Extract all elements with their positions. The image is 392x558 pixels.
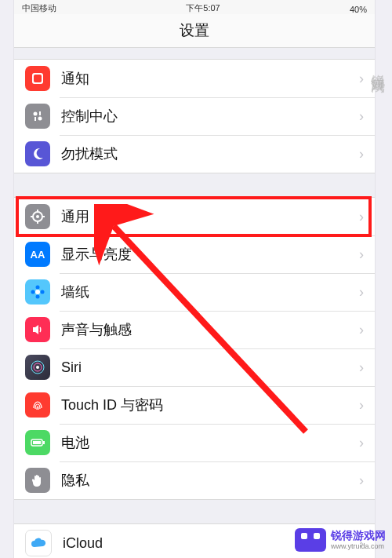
chevron-right-icon: ›: [359, 284, 364, 301]
svg-rect-22: [33, 441, 41, 444]
row-battery[interactable]: 电池 ›: [14, 424, 375, 461]
moon-icon: [25, 141, 50, 166]
row-label: 墙纸: [61, 283, 359, 301]
row-label: 勿扰模式: [61, 144, 359, 163]
row-label: 通用: [61, 207, 359, 226]
chevron-right-icon: ›: [359, 472, 364, 489]
status-bar: 中国移动 下午5:07 40%: [14, 0, 375, 14]
row-icloud[interactable]: iCloud ›: [14, 524, 375, 558]
row-wallpaper[interactable]: 墙纸 ›: [14, 273, 375, 311]
chevron-right-icon: ›: [359, 146, 364, 162]
row-general[interactable]: 通用 ›: [14, 198, 375, 235]
chevron-right-icon: ›: [359, 397, 364, 414]
row-do-not-disturb[interactable]: 勿扰模式 ›: [14, 135, 375, 173]
svg-point-2: [34, 112, 38, 116]
row-label: Siri: [61, 359, 359, 376]
svg-point-13: [36, 286, 40, 290]
row-label: 电池: [61, 433, 359, 452]
chevron-right-icon: ›: [359, 535, 364, 552]
gear-icon: [25, 204, 50, 229]
settings-screen: 中国移动 下午5:07 40% 设置 通知 › 控制中心 › 勿扰模式: [14, 0, 375, 558]
row-display-brightness[interactable]: AA 显示与亮度 ›: [14, 235, 375, 273]
carrier-label: 中国移动: [22, 2, 56, 14]
time-label: 下午5:07: [186, 2, 220, 14]
page-title: 设置: [14, 14, 375, 48]
hand-icon: [25, 468, 50, 493]
settings-group-1: 通知 › 控制中心 › 勿扰模式 ›: [14, 59, 375, 173]
row-label: Touch ID 与密码: [61, 396, 359, 414]
settings-group-3: iCloud › iTunes Store 与 App Store ›: [14, 523, 375, 558]
row-label: 声音与触感: [61, 320, 359, 339]
row-notifications[interactable]: 通知 ›: [14, 60, 375, 97]
speaker-icon: [25, 317, 50, 342]
control-center-icon: [25, 104, 50, 129]
settings-group-2: 通用 › AA 显示与亮度 › 墙纸 › 声音与触感 › Siri: [14, 197, 375, 500]
row-label: 显示与亮度: [61, 245, 359, 264]
chevron-right-icon: ›: [359, 435, 364, 451]
row-label: 控制中心: [61, 107, 359, 126]
aa-icon: AA: [25, 242, 50, 267]
flower-icon: [25, 279, 50, 305]
svg-point-14: [36, 295, 40, 299]
svg-point-7: [36, 215, 39, 218]
svg-rect-1: [34, 75, 42, 82]
row-privacy[interactable]: 隐私 ›: [14, 461, 375, 499]
svg-rect-21: [43, 441, 45, 444]
row-control-center[interactable]: 控制中心 ›: [14, 97, 375, 135]
row-label: iCloud: [63, 535, 359, 552]
chevron-right-icon: ›: [359, 108, 364, 125]
chevron-right-icon: ›: [359, 209, 364, 225]
row-touch-id[interactable]: Touch ID 与密码 ›: [14, 386, 375, 424]
fingerprint-icon: [25, 392, 50, 418]
svg-point-12: [35, 290, 40, 294]
svg-point-3: [38, 117, 42, 121]
row-siri[interactable]: Siri ›: [14, 348, 375, 386]
chevron-right-icon: ›: [359, 246, 364, 263]
cloud-icon: [25, 530, 52, 556]
chevron-right-icon: ›: [359, 322, 364, 338]
row-label: 通知: [61, 69, 359, 88]
row-label: 隐私: [61, 471, 359, 490]
battery-icon: [25, 430, 50, 455]
svg-point-15: [31, 290, 35, 294]
notifications-icon: [25, 66, 50, 91]
chevron-right-icon: ›: [359, 71, 364, 87]
siri-icon: [25, 355, 50, 380]
title-text: 设置: [180, 20, 209, 41]
row-sounds[interactable]: 声音与触感 ›: [14, 311, 375, 348]
battery-label: 40%: [350, 5, 367, 14]
svg-point-19: [36, 366, 39, 369]
chevron-right-icon: ›: [359, 359, 364, 376]
svg-point-16: [41, 290, 45, 294]
